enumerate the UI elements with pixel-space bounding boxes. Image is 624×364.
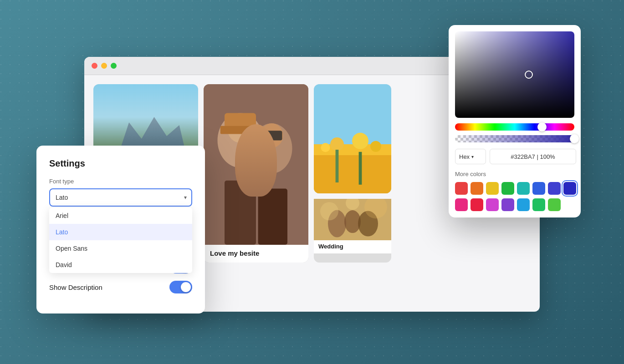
color-input-row: Hex ▾	[455, 149, 574, 164]
swatch-orange[interactable]	[471, 182, 483, 195]
chevron-down-icon-small: ▾	[471, 154, 474, 159]
color-cursor	[525, 71, 533, 79]
swatch-rose[interactable]	[471, 198, 483, 211]
minimize-button[interactable]	[101, 63, 107, 69]
dropdown-item-ariel[interactable]: Ariel	[49, 207, 192, 224]
font-select-wrapper: Ariel Lato Open Sans David ▾ Ariel Lato …	[49, 188, 192, 207]
close-button[interactable]	[92, 63, 97, 69]
color-swatches	[455, 182, 574, 195]
svg-rect-6	[258, 188, 287, 245]
svg-point-16	[352, 133, 368, 149]
show-description-label: Show Description	[49, 283, 102, 291]
alpha-slider[interactable]	[455, 135, 574, 142]
settings-panel: Settings Font type Ariel Lato Open Sans …	[36, 146, 205, 313]
swatch-violet[interactable]	[501, 198, 514, 211]
color-gradient-area[interactable]	[455, 31, 574, 118]
svg-rect-11	[220, 126, 260, 134]
couple-image	[204, 84, 308, 245]
swatch-red[interactable]	[455, 182, 468, 195]
photo-card-couple[interactable]: Love my besite	[204, 84, 308, 263]
svg-rect-9	[261, 131, 282, 140]
svg-rect-20	[359, 152, 362, 185]
color-picker-panel: Hex ▾ More colors	[449, 25, 581, 217]
photo-caption: Love my besite	[210, 249, 302, 257]
svg-point-40	[320, 202, 338, 220]
swatch-lime[interactable]	[548, 198, 561, 211]
more-colors-label: More colors	[455, 171, 574, 177]
color-swatches-row2	[455, 198, 574, 211]
dropdown-item-lato[interactable]: Lato	[49, 224, 192, 240]
show-description-row: Show Description	[49, 281, 192, 293]
hue-thumb	[537, 122, 547, 131]
swatch-teal[interactable]	[517, 182, 530, 195]
show-description-toggle[interactable]	[169, 281, 192, 293]
swatch-pink[interactable]	[455, 198, 468, 211]
color-hex-input[interactable]	[490, 149, 576, 164]
swatch-purple[interactable]	[486, 198, 499, 211]
svg-point-18	[321, 143, 330, 152]
swatch-green[interactable]	[501, 182, 514, 195]
hue-slider[interactable]	[455, 123, 574, 131]
photo-card-wedding[interactable]: Wedding	[314, 199, 391, 263]
maximize-button[interactable]	[111, 63, 117, 69]
swatch-blue[interactable]	[532, 182, 545, 195]
swatch-yellow[interactable]	[486, 182, 499, 195]
swatch-emerald[interactable]	[532, 198, 545, 211]
settings-title: Settings	[49, 158, 192, 169]
dropdown-item-david[interactable]: David	[49, 257, 192, 273]
svg-rect-5	[225, 181, 256, 245]
alpha-thumb	[570, 134, 579, 143]
svg-point-15	[330, 137, 344, 151]
color-format-label: Hex	[459, 153, 470, 160]
svg-point-17	[370, 141, 381, 152]
wedding-label: Wedding	[318, 243, 343, 250]
font-type-label: Font type	[49, 178, 192, 185]
font-dropdown[interactable]: Ariel Lato Open Sans David	[49, 207, 192, 273]
swatch-sky[interactable]	[517, 198, 530, 211]
svg-rect-19	[336, 150, 339, 182]
swatch-darkblue[interactable]	[563, 182, 576, 195]
photo-card-flowers[interactable]	[314, 84, 391, 193]
swatch-indigo[interactable]	[548, 182, 561, 195]
color-format-select[interactable]: Hex ▾	[455, 149, 486, 164]
dropdown-item-opensans[interactable]: Open Sans	[49, 240, 192, 257]
font-select[interactable]: Ariel Lato Open Sans David	[49, 188, 192, 207]
svg-rect-14	[314, 155, 391, 193]
